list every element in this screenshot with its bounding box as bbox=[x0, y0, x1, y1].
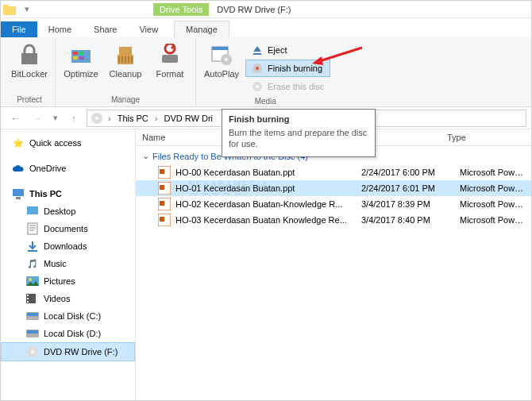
svg-rect-35 bbox=[27, 313, 38, 316]
file-row[interactable]: HO-03 Kecerdasan Buatan Knowledge Re...3… bbox=[136, 212, 531, 228]
svg-rect-1 bbox=[3, 5, 9, 8]
downloads-icon bbox=[26, 240, 39, 253]
sidebar-item-onedrive[interactable]: OneDrive bbox=[1, 160, 135, 177]
bitlocker-button[interactable]: BitLocker bbox=[9, 39, 50, 79]
erase-icon bbox=[251, 80, 264, 93]
file-name: HO-02 Kecerdasan Buatan-Knowledge R... bbox=[175, 199, 361, 209]
sidebar-item-local-c[interactable]: Local Disk (C:) bbox=[1, 307, 135, 325]
up-button[interactable]: ↑ bbox=[64, 109, 83, 128]
annotation-arrow bbox=[310, 44, 366, 68]
file-date: 2/24/2017 6:01 PM bbox=[361, 183, 460, 193]
tab-home[interactable]: Home bbox=[37, 21, 83, 37]
svg-rect-6 bbox=[73, 56, 78, 60]
crumb-drive[interactable]: DVD RW Dri bbox=[162, 114, 214, 123]
disc-icon bbox=[26, 345, 39, 358]
svg-rect-41 bbox=[160, 169, 164, 174]
svg-rect-4 bbox=[73, 52, 78, 55]
file-list: Name odified Type ⌄ Files Ready to Be Wr… bbox=[136, 129, 531, 400]
tab-file[interactable]: File bbox=[1, 21, 37, 37]
svg-point-29 bbox=[29, 278, 32, 281]
autoplay-button[interactable]: AutoPlay bbox=[201, 39, 242, 95]
tab-share[interactable]: Share bbox=[83, 21, 128, 37]
svg-rect-8 bbox=[119, 47, 132, 55]
svg-rect-13 bbox=[212, 47, 228, 50]
folder-icon bbox=[2, 2, 17, 17]
svg-point-20 bbox=[256, 85, 259, 88]
svg-rect-37 bbox=[27, 330, 38, 334]
recent-dropdown[interactable]: ▾ bbox=[50, 109, 61, 128]
group-manage: Optimize Cleanup Format Manage bbox=[56, 39, 196, 106]
burn-icon bbox=[251, 62, 264, 75]
videos-icon bbox=[26, 292, 39, 305]
file-type: Microsoft PowerP... bbox=[460, 183, 525, 193]
sidebar-item-local-d[interactable]: Local Disk (D:) bbox=[1, 325, 135, 342]
sidebar-item-this-pc[interactable]: This PC bbox=[1, 185, 135, 202]
file-name: HO-00 Kecerdasan Buatan.ppt bbox=[175, 168, 361, 177]
crumb-this-pc[interactable]: This PC bbox=[116, 114, 150, 123]
optimize-button[interactable]: Optimize bbox=[60, 39, 102, 79]
drive-icon bbox=[26, 310, 39, 322]
svg-rect-43 bbox=[160, 185, 164, 190]
file-date: 3/4/2017 8:40 PM bbox=[361, 215, 460, 225]
file-name: HO-03 Kecerdasan Buatan Knowledge Re... bbox=[175, 215, 361, 225]
svg-rect-45 bbox=[160, 201, 164, 206]
file-type: Microsoft PowerP... bbox=[460, 168, 525, 177]
tooltip-title: Finish burning bbox=[229, 114, 368, 124]
optimize-icon bbox=[68, 42, 94, 67]
music-icon: 🎵 bbox=[26, 257, 39, 270]
navigation-pane: ⭐Quick access OneDrive This PC Desktop D… bbox=[1, 129, 136, 400]
documents-icon bbox=[26, 222, 39, 235]
group-media-label: Media bbox=[255, 95, 276, 108]
back-button[interactable]: ← bbox=[6, 109, 25, 128]
main-content: ⭐Quick access OneDrive This PC Desktop D… bbox=[1, 129, 531, 400]
file-row[interactable]: HO-01 Kecerdasan Buatan.ppt2/24/2017 6:0… bbox=[136, 180, 531, 196]
sidebar-item-music[interactable]: 🎵Music bbox=[1, 255, 135, 272]
svg-point-18 bbox=[256, 67, 259, 70]
tab-manage[interactable]: Manage bbox=[174, 21, 229, 37]
autoplay-icon bbox=[209, 42, 234, 67]
sidebar-item-quick-access[interactable]: ⭐Quick access bbox=[1, 134, 135, 152]
erase-disc-button: Erase this disc bbox=[245, 78, 330, 95]
svg-rect-32 bbox=[27, 298, 29, 299]
cloud-icon bbox=[12, 162, 25, 175]
forward-button[interactable]: → bbox=[28, 109, 47, 128]
svg-point-15 bbox=[225, 58, 228, 61]
cleanup-icon bbox=[113, 42, 138, 67]
svg-rect-10 bbox=[162, 55, 178, 63]
file-row[interactable]: HO-02 Kecerdasan Buatan-Knowledge R...3/… bbox=[136, 196, 531, 212]
qat-dropdown-icon[interactable]: ▾ bbox=[20, 2, 34, 17]
svg-rect-31 bbox=[27, 295, 29, 296]
sidebar-item-pictures[interactable]: Pictures bbox=[1, 272, 135, 290]
svg-rect-24 bbox=[16, 197, 21, 199]
tab-view[interactable]: View bbox=[128, 21, 169, 37]
chevron-right-icon[interactable]: › bbox=[105, 114, 114, 123]
cleanup-button[interactable]: Cleanup bbox=[105, 39, 146, 79]
window-title: DVD RW Drive (F:) bbox=[217, 5, 291, 14]
chevron-right-icon[interactable]: › bbox=[152, 114, 161, 123]
svg-rect-2 bbox=[21, 53, 37, 64]
svg-rect-47 bbox=[160, 217, 164, 222]
sidebar-item-dvd[interactable]: DVD RW Drive (F:) bbox=[1, 342, 135, 361]
svg-rect-26 bbox=[28, 223, 37, 234]
star-icon: ⭐ bbox=[12, 137, 25, 149]
eject-icon bbox=[251, 44, 264, 56]
file-row[interactable]: HO-00 Kecerdasan Buatan.ppt2/24/2017 6:0… bbox=[136, 164, 531, 180]
ribbon-tabs: File Home Share View Manage bbox=[1, 18, 531, 37]
sidebar-item-desktop[interactable]: Desktop bbox=[1, 202, 135, 220]
quick-access-toolbar: ▾ bbox=[2, 2, 34, 17]
file-date: 2/24/2017 6:00 PM bbox=[361, 168, 460, 177]
desktop-icon bbox=[26, 205, 39, 218]
sidebar-item-downloads[interactable]: Downloads bbox=[1, 237, 135, 255]
sidebar-item-documents[interactable]: Documents bbox=[1, 220, 135, 237]
col-type[interactable]: Type bbox=[447, 133, 525, 142]
file-date: 3/4/2017 8:39 PM bbox=[361, 199, 460, 209]
sidebar-item-videos[interactable]: Videos bbox=[1, 290, 135, 307]
svg-rect-5 bbox=[79, 52, 84, 55]
group-manage-label: Manage bbox=[111, 94, 140, 106]
file-type: Microsoft PowerP... bbox=[460, 199, 525, 209]
ribbon: BitLocker Protect Optimize Cleanup Forma… bbox=[1, 37, 531, 107]
format-button[interactable]: Format bbox=[149, 39, 191, 79]
svg-rect-33 bbox=[27, 301, 29, 303]
ppt-icon bbox=[158, 198, 171, 210]
group-protect: BitLocker Protect bbox=[4, 39, 56, 106]
